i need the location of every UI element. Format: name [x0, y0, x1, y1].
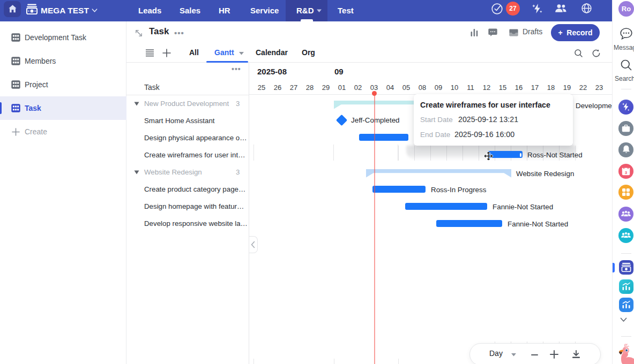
svg-text:3: 3	[625, 170, 628, 175]
